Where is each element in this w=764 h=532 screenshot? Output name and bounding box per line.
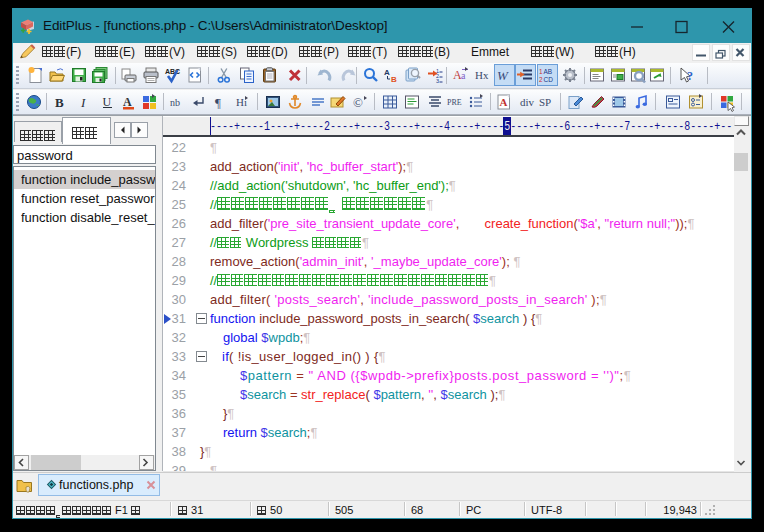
svg-text:3: 3 <box>436 78 439 84</box>
svg-text:U: U <box>103 95 112 109</box>
svg-text:A: A <box>500 96 508 108</box>
svg-text:PRE: PRE <box>447 98 462 107</box>
svg-text:¶: ¶ <box>215 95 221 110</box>
svg-text:1: 1 <box>539 68 543 75</box>
svg-text:©: © <box>353 95 363 110</box>
svg-text:?: ? <box>687 69 693 83</box>
svg-text:AB: AB <box>544 68 553 75</box>
svg-text:W: W <box>497 68 509 83</box>
svg-text:a: a <box>461 70 466 81</box>
svg-text:I: I <box>80 95 86 110</box>
svg-text:SP: SP <box>539 96 551 108</box>
svg-text:B: B <box>55 95 64 110</box>
svg-text:2: 2 <box>539 76 543 83</box>
svg-text:Hx: Hx <box>475 69 489 81</box>
svg-text:A: A <box>384 68 390 77</box>
svg-text:A: A <box>123 95 132 109</box>
svg-text:CD: CD <box>544 76 554 83</box>
svg-text:B: B <box>391 75 397 84</box>
svg-text:nb: nb <box>170 97 180 108</box>
svg-text:div: div <box>520 96 535 108</box>
